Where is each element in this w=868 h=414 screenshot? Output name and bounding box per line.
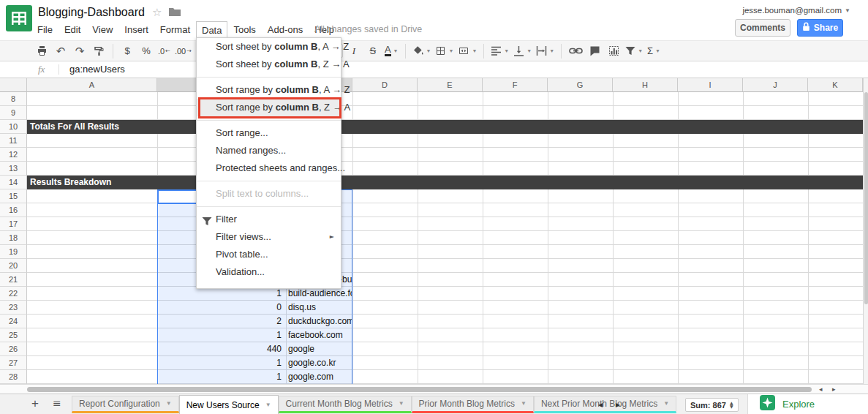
- chevron-down-icon[interactable]: ▼: [265, 398, 271, 413]
- column-header-a[interactable]: A: [27, 78, 157, 92]
- column-header-e[interactable]: E: [418, 78, 483, 92]
- horizontal-scrollbar[interactable]: ◂ ▸: [0, 384, 868, 394]
- insert-link-icon[interactable]: [566, 42, 585, 59]
- tab-scroll-right-icon[interactable]: ▸: [616, 399, 620, 410]
- scroll-left-icon[interactable]: ◂: [819, 385, 823, 394]
- sheet-tab-new-users-source[interactable]: New Users Source▼: [179, 395, 279, 414]
- menu-item-validation[interactable]: Validation...: [197, 263, 341, 281]
- menu-item-sort-sheet-by-column-b-a-z[interactable]: Sort sheet by column B, A → Z: [197, 38, 341, 56]
- cell-c28[interactable]: google.com: [288, 370, 352, 384]
- chevron-down-icon[interactable]: ▼: [166, 396, 172, 411]
- grid-row-20[interactable]: [27, 259, 863, 273]
- cell-c26[interactable]: google: [288, 342, 352, 356]
- grid-row-24[interactable]: [27, 315, 863, 328]
- redo-icon[interactable]: ↷: [70, 42, 89, 59]
- grid-row-9[interactable]: [27, 106, 863, 120]
- chevron-down-icon[interactable]: ▼: [399, 396, 404, 411]
- row-header-16[interactable]: 16: [0, 203, 27, 217]
- insert-chart-icon[interactable]: [604, 42, 623, 59]
- menu-item-pivot-table[interactable]: Pivot table...: [197, 246, 341, 263]
- menu-item-sort-range-by-column-b-a-z[interactable]: Sort range by column B, A → Z: [197, 81, 341, 99]
- row-header-8[interactable]: 8: [0, 92, 27, 106]
- menubar-item-add-ons[interactable]: Add-ons: [262, 21, 309, 38]
- tab-scroll-left-icon[interactable]: ◂: [598, 399, 603, 410]
- column-header-f[interactable]: F: [483, 78, 548, 92]
- cell-b25[interactable]: 1: [157, 328, 284, 342]
- row-header-17[interactable]: 17: [0, 217, 27, 231]
- star-icon[interactable]: ☆: [152, 6, 162, 19]
- grid-corner[interactable]: [0, 78, 27, 92]
- functions-button[interactable]: Σ▼: [645, 42, 663, 59]
- grid-row-15[interactable]: [27, 189, 863, 203]
- menu-item-sort-sheet-by-column-b-z-a[interactable]: Sort sheet by column B, Z → A: [197, 56, 341, 73]
- vertical-scrollbar[interactable]: [863, 78, 868, 384]
- filter-toolbar-icon[interactable]: ▼: [623, 42, 645, 59]
- all-sheets-button[interactable]: ≡: [53, 397, 61, 409]
- row-header-10[interactable]: 10: [0, 120, 27, 134]
- row-header-19[interactable]: 19: [0, 245, 27, 259]
- grid-row-12[interactable]: [27, 148, 863, 162]
- section-band-row-14[interactable]: Results Breakdown: [27, 176, 863, 189]
- horizontal-scrollbar-thumb[interactable]: [27, 387, 812, 392]
- format-percent-button[interactable]: %: [137, 42, 156, 59]
- row-header-18[interactable]: 18: [0, 231, 27, 245]
- cell-b27[interactable]: 1: [157, 356, 284, 370]
- cell-b23[interactable]: 0: [157, 301, 284, 315]
- vertical-scrollbar-thumb[interactable]: [864, 92, 868, 304]
- menubar-item-format[interactable]: Format: [154, 21, 196, 38]
- grid-row-28[interactable]: [27, 370, 863, 384]
- row-header-21[interactable]: 21: [0, 273, 27, 287]
- grid-row-16[interactable]: [27, 203, 863, 217]
- grid-row-22[interactable]: [27, 287, 863, 301]
- fill-color-icon[interactable]: ▼: [410, 42, 434, 59]
- row-header-14[interactable]: 14: [0, 176, 27, 189]
- row-header-13[interactable]: 13: [0, 162, 27, 176]
- formula-input[interactable]: ga:newUsers: [69, 61, 125, 78]
- add-sheet-button[interactable]: +: [28, 396, 42, 411]
- grid-row-26[interactable]: [27, 342, 863, 356]
- grid-row-25[interactable]: [27, 328, 863, 342]
- menu-item-filter[interactable]: Filter: [197, 211, 341, 228]
- cell-b24[interactable]: 2: [157, 315, 284, 328]
- row-header-26[interactable]: 26: [0, 342, 27, 356]
- document-title[interactable]: Blogging-Dashboard: [38, 6, 145, 19]
- row-header-27[interactable]: 27: [0, 356, 27, 370]
- menu-item-named-ranges[interactable]: Named ranges...: [197, 142, 341, 159]
- column-header-k[interactable]: K: [808, 78, 863, 92]
- cell-b26[interactable]: 440: [157, 342, 284, 356]
- column-header-j[interactable]: J: [743, 78, 808, 92]
- text-color-button[interactable]: A▼: [382, 42, 401, 59]
- menubar-item-view[interactable]: View: [86, 21, 118, 38]
- sheet-tab-next-prior-month-blog-metrics[interactable]: Next Prior Month Blog Metrics▼: [534, 396, 676, 413]
- format-currency-button[interactable]: $: [118, 42, 137, 59]
- sheet-tab-prior-month-blog-metrics[interactable]: Prior Month Blog Metrics▼: [412, 396, 534, 413]
- grid-row-27[interactable]: [27, 356, 863, 370]
- grid-row-18[interactable]: [27, 231, 863, 245]
- section-band-row-10[interactable]: Totals For All Results: [27, 120, 863, 134]
- borders-icon[interactable]: ▼: [433, 42, 456, 59]
- menubar-item-data[interactable]: Data: [196, 21, 227, 38]
- decrease-decimals-button[interactable]: .0←: [156, 42, 173, 59]
- grid-row-8[interactable]: [27, 92, 863, 106]
- strikethrough-button[interactable]: S: [363, 42, 382, 59]
- paint-format-icon[interactable]: [89, 42, 108, 59]
- grid-row-13[interactable]: [27, 162, 863, 176]
- menubar-item-file[interactable]: File: [31, 21, 59, 38]
- menubar-item-insert[interactable]: Insert: [118, 21, 154, 38]
- row-header-24[interactable]: 24: [0, 315, 27, 328]
- sheet-tab-report-configuration[interactable]: Report Configuration▼: [72, 396, 179, 413]
- row-header-22[interactable]: 22: [0, 287, 27, 301]
- menu-item-filter-views[interactable]: Filter views...►: [197, 228, 341, 246]
- menu-item-protected-sheets-and-ranges[interactable]: Protected sheets and ranges...: [197, 159, 341, 177]
- comments-button[interactable]: Comments: [735, 19, 790, 37]
- row-header-12[interactable]: 12: [0, 148, 27, 162]
- column-header-g[interactable]: G: [548, 78, 613, 92]
- account-email[interactable]: jesse.bouman@gmail.com: [742, 6, 842, 15]
- grid-row-23[interactable]: [27, 301, 863, 315]
- scroll-right-icon[interactable]: ▸: [832, 385, 836, 394]
- column-header-i[interactable]: I: [678, 78, 743, 92]
- share-button[interactable]: Share: [797, 19, 843, 37]
- row-header-23[interactable]: 23: [0, 301, 27, 315]
- menubar-item-edit[interactable]: Edit: [59, 21, 86, 38]
- increase-decimals-button[interactable]: .00→: [173, 42, 194, 59]
